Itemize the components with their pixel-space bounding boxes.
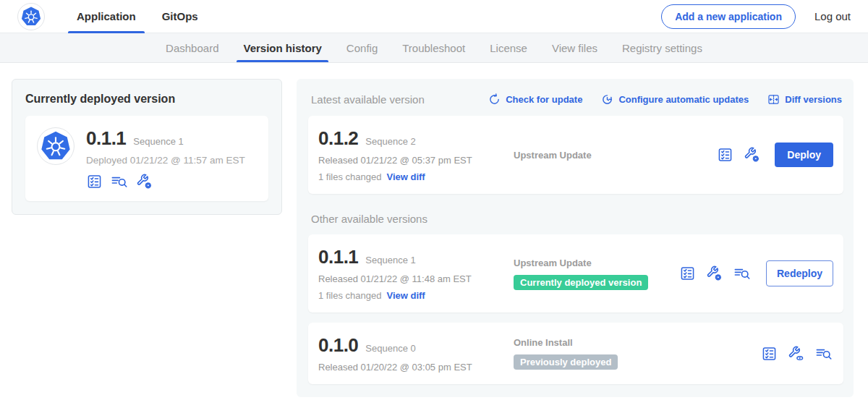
currently-deployed-title: Currently deployed version xyxy=(25,93,268,106)
logs-icon[interactable] xyxy=(733,265,752,281)
released-timestamp: Released 01/20/22 @ 03:05 pm EST xyxy=(318,362,505,373)
version-source: Upstream Update xyxy=(505,150,717,161)
version-number: 0.1.0 xyxy=(318,334,358,357)
version-number: 0.1.2 xyxy=(318,127,358,150)
version-actions xyxy=(761,346,833,362)
app-icon xyxy=(37,127,75,165)
other-versions-title: Other available versions xyxy=(311,213,843,225)
released-timestamp: Released 01/21/22 @ 11:48 am EST xyxy=(318,273,505,284)
version-info: 0.1.2 Sequence 2 Released 01/21/22 @ 05:… xyxy=(318,127,505,182)
add-application-button[interactable]: Add a new application xyxy=(661,4,796,29)
subnav-tab-view-files[interactable]: View files xyxy=(540,33,610,62)
subnav-tab-troubleshoot[interactable]: Troubleshoot xyxy=(390,33,477,62)
latest-version-title: Latest available version xyxy=(311,93,425,106)
configure-automatic-updates-label: Configure automatic updates xyxy=(618,94,749,105)
version-row-0-1-2: 0.1.2 Sequence 2 Released 01/21/22 @ 05:… xyxy=(308,116,843,194)
check-for-update-label: Check for update xyxy=(506,94,582,105)
version-history-panel: Latest available version Check for updat… xyxy=(297,79,854,397)
checklist-icon[interactable] xyxy=(717,147,733,163)
subnav-tab-registry-settings[interactable]: Registry settings xyxy=(610,33,715,62)
kubernetes-logo-icon xyxy=(41,131,71,161)
latest-version-header: Latest available version Check for updat… xyxy=(308,90,843,116)
deployed-sequence: Sequence 1 xyxy=(133,136,183,147)
version-source: Upstream Update Currently deployed versi… xyxy=(505,258,679,290)
app-subnav: Dashboard Version history Config Trouble… xyxy=(0,33,868,63)
tab-application[interactable]: Application xyxy=(64,0,149,33)
top-header: Application GitOps Add a new application… xyxy=(0,0,868,33)
view-diff-link[interactable]: View diff xyxy=(386,171,425,182)
checklist-icon[interactable] xyxy=(86,174,103,190)
files-changed-line: 1 files changedView diff xyxy=(318,290,505,301)
subnav-tab-license[interactable]: License xyxy=(477,33,540,62)
deployed-actions xyxy=(86,174,245,190)
subnav-tab-config[interactable]: Config xyxy=(334,33,390,62)
source-label: Upstream Update xyxy=(514,150,717,161)
currently-deployed-card: Currently deployed version 0.1.1 Sequenc… xyxy=(12,79,282,215)
deployed-timestamp: Deployed 01/21/22 @ 11:57 am EST xyxy=(86,155,245,166)
subnav-tab-version-history[interactable]: Version history xyxy=(231,33,333,62)
logout-button[interactable]: Log out xyxy=(814,10,851,22)
diff-icon xyxy=(767,93,780,106)
deployed-info: 0.1.1 Sequence 1 Deployed 01/21/22 @ 11:… xyxy=(86,127,245,190)
wrench-eye-icon[interactable] xyxy=(788,346,804,362)
top-nav: Application GitOps xyxy=(64,0,211,33)
version-sequence: Sequence 2 xyxy=(365,136,415,147)
redeploy-button[interactable]: Redeploy xyxy=(766,260,833,286)
deploy-button[interactable]: Deploy xyxy=(775,143,833,167)
checklist-icon[interactable] xyxy=(679,265,696,281)
deployed-version-card: 0.1.1 Sequence 1 Deployed 01/21/22 @ 11:… xyxy=(25,116,268,201)
files-changed-label: 1 files changed xyxy=(318,171,381,182)
panel-actions: Check for update Configure automatic upd… xyxy=(488,93,842,106)
deployed-version-number: 0.1.1 xyxy=(86,127,126,150)
logs-icon[interactable] xyxy=(814,346,833,362)
checklist-icon[interactable] xyxy=(761,346,778,362)
released-timestamp: Released 01/21/22 @ 05:37 pm EST xyxy=(318,155,505,166)
tab-gitops[interactable]: GitOps xyxy=(149,0,211,33)
version-row-0-1-0: 0.1.0 Sequence 0 Released 01/20/22 @ 03:… xyxy=(308,323,843,384)
main-content: Currently deployed version 0.1.1 Sequenc… xyxy=(0,63,868,397)
version-actions: Deploy xyxy=(717,143,833,167)
tab-gitops-label: GitOps xyxy=(162,10,198,22)
version-actions: Redeploy xyxy=(679,260,833,286)
version-info: 0.1.1 Sequence 1 Released 01/21/22 @ 11:… xyxy=(318,246,505,301)
wrench-gear-icon[interactable] xyxy=(136,174,153,190)
diff-versions-link[interactable]: Diff versions xyxy=(767,93,842,106)
source-label: Upstream Update xyxy=(514,258,679,268)
tab-application-label: Application xyxy=(77,10,136,22)
configure-automatic-updates-link[interactable]: Configure automatic updates xyxy=(601,93,749,106)
clock-refresh-icon xyxy=(601,93,613,106)
logs-icon[interactable] xyxy=(110,174,129,190)
subnav-tab-dashboard[interactable]: Dashboard xyxy=(153,33,231,62)
header-actions: Add a new application Log out xyxy=(661,4,851,29)
view-diff-link[interactable]: View diff xyxy=(386,290,425,301)
refresh-icon xyxy=(488,93,501,106)
kubernetes-logo-icon xyxy=(21,7,41,27)
currently-deployed-badge: Currently deployed version xyxy=(514,275,648,290)
version-source: Online Install Previously deployed xyxy=(505,337,761,370)
check-for-update-link[interactable]: Check for update xyxy=(488,93,582,106)
wrench-gear-icon[interactable] xyxy=(706,265,723,281)
version-sequence: Sequence 0 xyxy=(365,343,415,354)
files-changed-label: 1 files changed xyxy=(318,290,381,301)
version-number: 0.1.1 xyxy=(318,246,358,268)
version-info: 0.1.0 Sequence 0 Released 01/20/22 @ 03:… xyxy=(318,334,505,373)
app-logo[interactable] xyxy=(17,3,45,30)
source-label: Online Install xyxy=(514,337,761,348)
wrench-gear-icon[interactable] xyxy=(744,147,760,163)
version-sequence: Sequence 1 xyxy=(365,255,415,265)
diff-versions-label: Diff versions xyxy=(785,94,842,105)
files-changed-line: 1 files changedView diff xyxy=(318,171,505,182)
previously-deployed-badge: Previously deployed xyxy=(514,354,618,370)
version-row-0-1-1: 0.1.1 Sequence 1 Released 01/21/22 @ 11:… xyxy=(308,234,843,313)
